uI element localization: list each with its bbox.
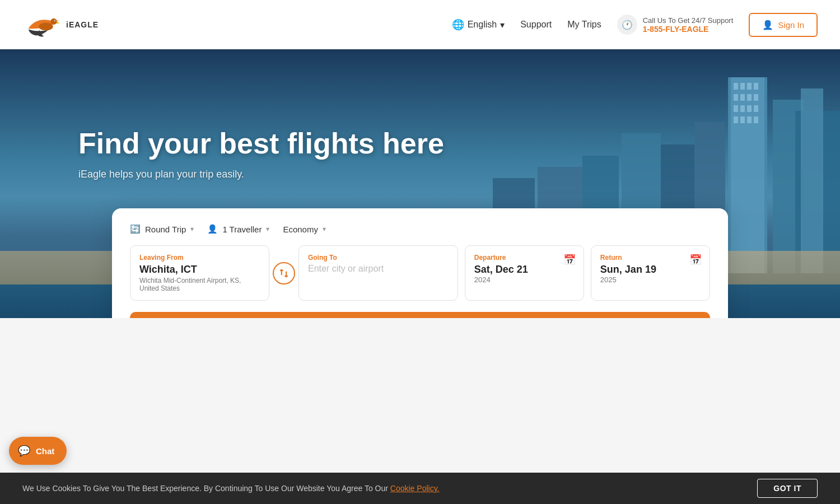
brand-name: iEAGLE [66,20,99,29]
return-year: 2025 [600,276,701,284]
user-icon: 👤 [762,20,773,30]
from-city: Wichita, ICT [139,264,260,276]
svg-rect-16 [747,105,752,112]
return-date: Sun, Jan 19 [600,264,701,276]
person-icon: 👤 [207,224,218,234]
svg-rect-6 [734,83,738,90]
leaving-from-field[interactable]: Leaving From Wichita, ICT Wichita Mid-Co… [130,245,269,301]
search-options: 🔄 Round Trip ▾ 👤 1 Traveller ▾ Economy ▾ [130,224,710,234]
cabin-class-selector[interactable]: Economy ▾ [283,225,326,234]
support-link[interactable]: Support [520,20,552,30]
departure-field[interactable]: Departure Sat, Dec 21 2024 📅 [465,245,584,301]
cabin-chevron: ▾ [323,225,326,233]
svg-point-3 [55,20,55,21]
chat-button[interactable]: 💬 Chat [9,437,67,465]
svg-rect-13 [754,94,758,101]
chat-label: Chat [36,446,54,456]
svg-rect-14 [734,105,738,112]
signin-button[interactable]: 👤 Sign In [749,13,818,37]
going-to-field[interactable]: Going To Enter city or airport [298,245,458,301]
support-text: Call Us To Get 24/7 Support 1-855-FLY-EA… [643,16,734,34]
got-it-button[interactable]: GOT IT [757,479,818,498]
from-label: Leaving From [139,254,260,262]
hero-text: Find your best flights here iEagle helps… [78,128,444,180]
departure-label: Departure [474,254,575,262]
svg-rect-24 [801,88,823,273]
return-field[interactable]: Return Sun, Jan 19 2025 📅 [591,245,710,301]
search-flights-button[interactable]: Search Flights → [130,312,710,318]
support-icon: 🕐 [617,15,637,35]
my-trips-link[interactable]: My Trips [567,20,601,30]
travelers-label: 1 Traveller [222,225,262,234]
chevron-down-icon: ▾ [500,20,505,30]
travelers-selector[interactable]: 👤 1 Traveller ▾ [207,224,269,234]
svg-rect-15 [740,105,745,112]
call-label: Call Us To Get 24/7 Support [643,16,734,25]
search-fields: Leaving From Wichita, ICT Wichita Mid-Co… [130,245,710,301]
return-calendar-icon: 📅 [689,254,702,266]
signin-label: Sign In [778,20,804,30]
departure-calendar-icon: 📅 [563,254,576,266]
hero-subtitle: iEagle helps you plan your trip easily. [78,169,444,180]
chat-bubble-icon: 💬 [18,445,30,457]
swap-button[interactable] [273,262,295,284]
hero-section: Find your best flights here iEagle helps… [0,49,840,318]
hero-title: Find your best flights here [78,128,444,160]
language-label: English [468,20,497,30]
return-label: Return [600,254,701,262]
svg-rect-21 [754,116,758,123]
trip-type-chevron: ▾ [190,225,194,233]
svg-rect-9 [754,83,758,90]
cookie-policy-link[interactable]: Cookie Policy. [390,484,440,493]
departure-year: 2024 [474,276,575,284]
svg-rect-8 [747,83,752,90]
svg-point-1 [50,18,57,25]
cabin-label: Economy [283,225,318,234]
phone-number: 1-855-FLY-EAGLE [643,25,734,34]
svg-rect-17 [754,105,758,112]
to-placeholder: Enter city or airport [308,264,449,274]
svg-rect-19 [740,116,745,123]
logo-icon [22,8,62,41]
cookie-text-content: We Use Cookies To Give You The Best Expe… [22,484,388,493]
svg-rect-12 [747,94,752,101]
cookie-bar: We Use Cookies To Give You The Best Expe… [0,473,840,504]
roadtrip-icon: 🔄 [130,224,141,234]
travelers-chevron: ▾ [266,225,269,233]
trip-type-label: Round Trip [145,225,186,234]
globe-icon: 🌐 [452,18,464,31]
support-phone-block: 🕐 Call Us To Get 24/7 Support 1-855-FLY-… [617,15,734,35]
departure-date: Sat, Dec 21 [474,264,575,276]
svg-rect-10 [734,94,738,101]
search-card: 🔄 Round Trip ▾ 👤 1 Traveller ▾ Economy ▾… [112,208,728,318]
logo[interactable]: iEAGLE [22,8,99,41]
svg-rect-7 [740,83,745,90]
trip-type-selector[interactable]: 🔄 Round Trip ▾ [130,224,194,234]
language-selector[interactable]: 🌐 English ▾ [452,18,505,31]
svg-rect-20 [747,116,752,123]
svg-rect-11 [740,94,745,101]
svg-point-0 [39,23,53,31]
to-label: Going To [308,254,449,262]
main-nav: 🌐 English ▾ Support My Trips 🕐 Call Us T… [452,13,818,37]
svg-rect-18 [734,116,738,123]
cookie-message: We Use Cookies To Give You The Best Expe… [22,484,440,493]
from-sub: Wichita Mid-Continent Airport, KS, Unite… [139,277,260,292]
header: iEAGLE 🌐 English ▾ Support My Trips 🕐 Ca… [0,0,840,49]
